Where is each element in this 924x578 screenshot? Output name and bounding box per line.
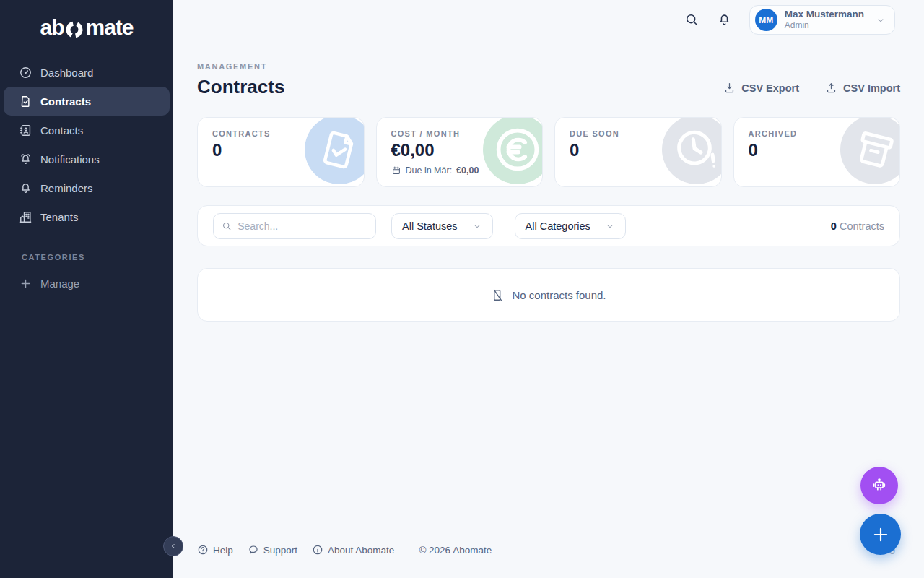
sidebar-item-label: Dashboard [40, 66, 93, 79]
about-label: About Abomate [328, 545, 394, 556]
status-filter-select[interactable]: All Statuses [391, 213, 493, 239]
chat-bubble-icon [248, 544, 259, 556]
footer: Help Support About Abomate © 2026 Abomat… [197, 544, 492, 556]
brand-bell-o-icon [65, 20, 84, 39]
page-title: Contracts [197, 76, 284, 98]
chevron-down-icon [605, 221, 615, 231]
category-filter-value: All Categories [526, 220, 590, 232]
sidebar-item-label: Notifications [40, 153, 100, 165]
search-icon[interactable] [684, 12, 699, 27]
main-area: MM Max Mustermann Admin MANAGEMENT Contr… [173, 0, 924, 578]
brand-logo: ab mate [0, 0, 173, 55]
building-icon [19, 210, 32, 224]
sidebar-item-reminders[interactable]: Reminders [4, 173, 170, 202]
stat-sub-value: €0,00 [456, 165, 479, 176]
empty-state-message: No contracts found. [512, 289, 606, 301]
help-label: Help [213, 545, 233, 556]
search-input[interactable] [237, 220, 367, 232]
copyright-text: © 2026 Abomate [419, 545, 492, 556]
category-filter-select[interactable]: All Categories [515, 213, 626, 239]
csv-export-button[interactable]: CSV Export [723, 82, 799, 94]
result-count-label: Contracts [840, 220, 884, 232]
categories-section-label: CATEGORIES [22, 253, 173, 262]
breadcrumb-eyebrow: MANAGEMENT [197, 62, 284, 71]
bell-icon [19, 181, 32, 195]
address-book-icon [19, 124, 32, 137]
sidebar-item-manage-categories[interactable]: Manage [4, 269, 170, 298]
ai-assistant-button[interactable] [860, 467, 898, 504]
result-count-value: 0 [831, 220, 837, 232]
sidebar-item-label: Reminders [40, 182, 93, 194]
stat-value: 0 [749, 140, 886, 160]
notifications-bell-icon[interactable] [717, 12, 732, 27]
calendar-icon [391, 165, 401, 176]
chevron-down-icon [472, 221, 482, 231]
about-link[interactable]: About Abomate [312, 544, 394, 556]
stat-label: CONTRACTS [212, 129, 349, 138]
empty-state: No contracts found. [197, 268, 900, 322]
sidebar-item-contracts[interactable]: Contracts [4, 87, 170, 116]
help-link[interactable]: Help [197, 544, 233, 556]
plus-icon [871, 525, 890, 544]
csv-import-label: CSV Import [843, 82, 900, 94]
support-label: Support [263, 545, 297, 556]
add-contract-button[interactable] [860, 514, 901, 555]
page-titles: MANAGEMENT Contracts [197, 62, 284, 98]
csv-actions: CSV Export CSV Import [723, 82, 900, 94]
avatar: MM [755, 9, 777, 31]
sidebar-item-tenants[interactable]: Tenants [4, 202, 170, 231]
upload-icon [825, 82, 837, 94]
user-menu[interactable]: MM Max Mustermann Admin [749, 5, 895, 35]
document-slash-icon [491, 288, 505, 302]
chevron-left-icon [168, 541, 178, 551]
search-box [213, 213, 376, 239]
sidebar-item-label: Manage [40, 277, 79, 290]
status-filter-value: All Statuses [402, 220, 458, 232]
stat-subtext: Due in Mär: €0,00 [391, 165, 528, 176]
stat-label: DUE SOON [570, 129, 707, 138]
stat-label: COST / MONTH [391, 129, 528, 138]
sidebar-item-label: Contacts [40, 124, 83, 137]
categories-nav: Manage [0, 266, 173, 298]
page-head: MANAGEMENT Contracts CSV Export CSV Impo… [197, 62, 900, 98]
sidebar-item-dashboard[interactable]: Dashboard [4, 58, 170, 87]
sidebar-item-label: Contracts [40, 95, 91, 108]
stat-value: €0,00 [391, 140, 528, 160]
filter-bar: All Statuses All Categories 0 Contracts [197, 205, 900, 246]
topbar: MM Max Mustermann Admin [173, 0, 924, 40]
stat-label: ARCHIVED [749, 129, 886, 138]
sidebar-item-notifications[interactable]: Notifications [4, 144, 170, 173]
result-count: 0 Contracts [831, 220, 884, 232]
sidebar: ab mate Dashboard Contracts Contacts Not… [0, 0, 173, 578]
csv-import-button[interactable]: CSV Import [825, 82, 900, 94]
sidebar-collapse-button[interactable] [163, 536, 183, 556]
brand-logo-text-pre: ab [40, 15, 64, 40]
help-circle-icon [197, 544, 209, 556]
bell-ring-icon [19, 152, 32, 166]
search-icon [222, 220, 232, 232]
contract-icon [19, 95, 32, 108]
csv-export-label: CSV Export [741, 82, 799, 94]
support-link[interactable]: Support [248, 544, 297, 556]
chevron-down-icon [876, 15, 886, 25]
info-circle-icon [312, 544, 323, 556]
robot-icon [870, 476, 889, 495]
stat-value: 0 [212, 140, 349, 160]
user-role: Admin [785, 20, 864, 31]
stat-card-archived: ARCHIVED 0 [733, 117, 901, 187]
stats-row: CONTRACTS 0 COST / MONTH €0,00 Due in Mä… [197, 117, 900, 187]
brand-logo-text-post: mate [85, 15, 133, 40]
stat-card-contracts: CONTRACTS 0 [197, 117, 365, 187]
user-meta: Max Mustermann Admin [785, 9, 864, 32]
stat-card-cost: COST / MONTH €0,00 Due in Mär: €0,00 [376, 117, 544, 187]
download-icon [723, 82, 736, 94]
sidebar-item-contacts[interactable]: Contacts [4, 116, 170, 144]
stat-sub-prefix: Due in Mär: [406, 165, 453, 176]
user-name: Max Mustermann [785, 9, 864, 21]
stat-card-due-soon: DUE SOON 0 [554, 117, 722, 187]
content: MANAGEMENT Contracts CSV Export CSV Impo… [173, 40, 924, 578]
stat-value: 0 [570, 140, 707, 160]
sidebar-nav: Dashboard Contracts Contacts Notificatio… [0, 55, 173, 231]
gauge-icon [19, 66, 32, 79]
plus-icon [19, 277, 32, 290]
